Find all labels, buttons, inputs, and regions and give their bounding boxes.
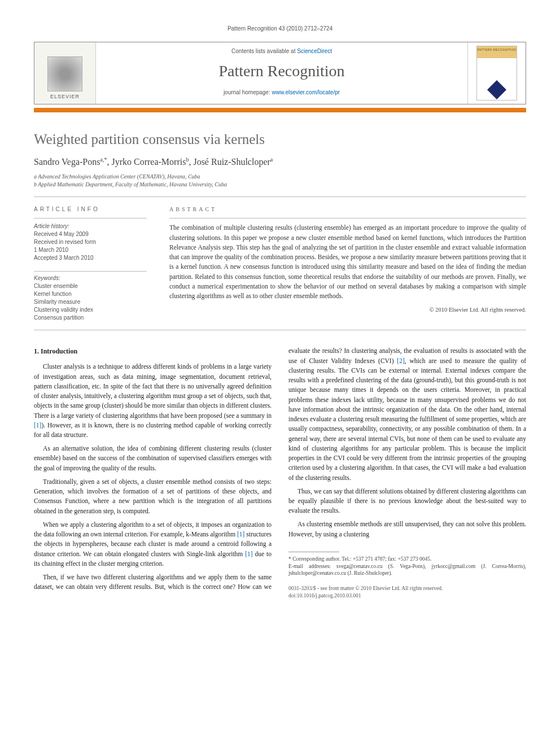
footer-doi: doi:10.1016/j.patcog.2010.03.001 [288, 592, 526, 600]
keyword-2: Kernel function [34, 290, 147, 298]
author-1-marks: a,* [100, 156, 107, 163]
keywords-label: Keywords: [34, 275, 147, 281]
abstract-block: ABSTRACT The combination of multiple clu… [169, 206, 526, 322]
history-accepted: Accepted 3 March 2010 [34, 254, 147, 262]
journal-banner: ELSEVIER Contents lists available at Sci… [34, 42, 526, 104]
article-title: Weighted partition consensus via kernels [34, 132, 526, 147]
meta-row: ARTICLE INFO Article history: Received 4… [34, 197, 526, 330]
orange-divider [34, 108, 526, 112]
history-revised-a: Received in revised form [34, 238, 147, 246]
section-1-heading: 1. Introduction [34, 346, 272, 356]
ref-link-2[interactable]: [2] [397, 357, 404, 364]
abstract-heading: ABSTRACT [169, 206, 526, 212]
history-label: Article history: [34, 223, 147, 229]
journal-title: Pattern Recognition [100, 62, 463, 80]
history-revised-b: 1 March 2010 [34, 246, 147, 254]
footnote-emails: E-mail addresses: svega@cenatav.co.cu (S… [288, 563, 526, 578]
footnote-corresponding: * Corresponding author. Tel.: +537 271 4… [288, 556, 526, 563]
body-columns: 1. Introduction Cluster analysis is a te… [34, 346, 526, 600]
running-header: Pattern Recognition 43 (2010) 2712–2724 [34, 25, 526, 32]
abstract-copyright: © 2010 Elsevier Ltd. All rights reserved… [169, 307, 526, 313]
contents-prefix: Contents lists available at [231, 48, 297, 54]
abstract-rule [169, 218, 526, 219]
article-info-block: ARTICLE INFO Article history: Received 4… [34, 206, 147, 322]
elsevier-tree-icon [47, 56, 82, 91]
keyword-3: Similarity measure [34, 298, 147, 306]
page-container: Pattern Recognition 43 (2010) 2712–2724 … [0, 0, 560, 625]
homepage-prefix: journal homepage: [224, 89, 272, 95]
footnotes: * Corresponding author. Tel.: +537 271 4… [288, 556, 526, 577]
publisher-logo-area: ELSEVIER [34, 42, 96, 104]
ref-link-1a[interactable]: [1] [34, 422, 41, 429]
ref-link-1b[interactable]: [1] [237, 531, 244, 538]
intro-p3: Traditionally, given a set of objects, a… [34, 477, 272, 516]
author-2-marks: b [186, 156, 189, 163]
affiliation-b: b Applied Mathematic Department, Faculty… [34, 181, 526, 189]
abstract-text: The combination of multiple clustering r… [169, 223, 526, 301]
affiliations: a Advanced Technologies Application Cent… [34, 173, 526, 189]
author-3: José Ruiz-Shulcloper [193, 157, 270, 167]
rule-bottom [34, 330, 526, 330]
intro-p1: Cluster analysis is a technique to addre… [34, 362, 272, 440]
author-1: Sandro Vega-Pons [34, 157, 100, 167]
footer-block: 0031-3203/$ - see front matter © 2010 El… [288, 585, 526, 600]
journal-homepage-link[interactable]: www.elsevier.com/locate/pr [272, 89, 340, 95]
author-2: Jyrko Correa-Morris [111, 157, 186, 167]
keyword-5: Consensus partition [34, 314, 147, 322]
cover-badge-icon [487, 80, 506, 99]
footer-issn: 0031-3203/$ - see front matter © 2010 El… [288, 585, 526, 592]
intro-p6: Thus, we can say that different solution… [288, 487, 526, 516]
publisher-name: ELSEVIER [47, 94, 82, 99]
cover-label: PATTERN RECOGNITION [477, 46, 517, 51]
article-info-heading: ARTICLE INFO [34, 206, 147, 212]
keyword-1: Cluster ensemble [34, 282, 147, 290]
ref-link-1c[interactable]: [1] [245, 551, 252, 557]
intro-p4: When we apply a clustering algorithm to … [34, 520, 272, 569]
sciencedirect-link[interactable]: ScienceDirect [297, 48, 332, 54]
affiliation-a: a Advanced Technologies Application Cent… [34, 173, 526, 181]
keyword-4: Clustering validity index [34, 306, 147, 314]
cover-thumb-area: PATTERN RECOGNITION [467, 42, 526, 104]
intro-p7: As clustering ensemble methods are still… [288, 519, 526, 539]
banner-center: Contents lists available at ScienceDirec… [96, 42, 467, 104]
intro-p2: As an alternative solution, the idea of … [34, 444, 272, 473]
author-list: Sandro Vega-Ponsa,*, Jyrko Correa-Morris… [34, 156, 526, 167]
journal-cover-icon: PATTERN RECOGNITION [476, 46, 517, 101]
footnote-separator [288, 552, 339, 552]
author-3-marks: a [270, 156, 273, 163]
history-received: Received 4 May 2009 [34, 230, 147, 238]
